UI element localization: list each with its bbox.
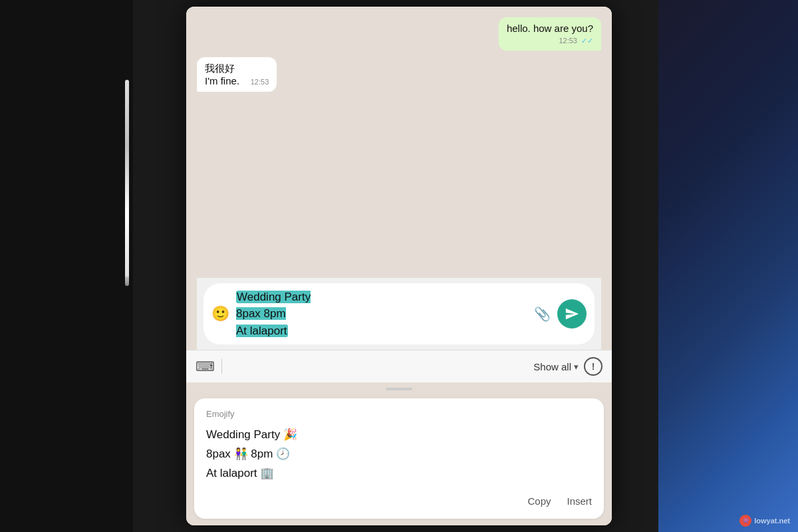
message-text-en: I'm fine. 12:53 xyxy=(205,75,269,86)
info-label: ! xyxy=(592,361,595,372)
emojify-line3: At lalaport 🏢 xyxy=(206,464,592,483)
emoji-button[interactable]: 🙂 xyxy=(211,305,229,323)
watermark-icon: 👾 xyxy=(739,515,751,527)
message-input[interactable]: Wedding Party8pax 8pmAt lalaport xyxy=(236,289,527,340)
emojify-actions: Copy Insert xyxy=(206,493,592,509)
emojify-line2: 8pax 👫 8pm 🕗 xyxy=(206,445,592,464)
watermark-text: lowyat.net xyxy=(754,517,790,525)
message-incoming: 我很好 I'm fine. 12:53 xyxy=(197,57,277,92)
emojify-line1: Wedding Party 🎉 xyxy=(206,426,592,445)
insert-button[interactable]: Insert xyxy=(567,493,592,509)
read-check-icon: ✓✓ xyxy=(581,37,593,45)
message-text-out: hello. how are you? xyxy=(507,23,593,34)
send-button[interactable] xyxy=(557,299,587,329)
suggestions-right: Show all ▾ ! xyxy=(533,357,602,376)
emojify-title: Emojify xyxy=(206,409,592,419)
keyboard-icon[interactable]: ⌨ xyxy=(196,358,215,374)
show-all-button[interactable]: Show all ▾ xyxy=(533,361,579,372)
highlighted-input-text: Wedding Party8pax 8pmAt lalaport xyxy=(236,291,311,337)
suggestions-bar: ⌨ Show all ▾ ! xyxy=(186,350,612,382)
input-bar: 🙂 Wedding Party8pax 8pmAt lalaport 📎 xyxy=(203,283,595,345)
chat-area: hello. how are you? 12:53 ✓✓ 我很好 I'm fin… xyxy=(186,7,612,525)
drag-handle[interactable] xyxy=(386,388,412,390)
messages-area: hello. how are you? 12:53 ✓✓ 我很好 I'm fin… xyxy=(186,7,612,350)
message-time-out: 12:53 ✓✓ xyxy=(507,37,593,45)
input-section: 🙂 Wedding Party8pax 8pmAt lalaport 📎 xyxy=(197,278,601,350)
show-all-label: Show all xyxy=(533,361,571,372)
emojify-content: Wedding Party 🎉 8pax 👫 8pm 🕗 At lalaport… xyxy=(206,426,592,483)
info-button[interactable]: ! xyxy=(584,357,602,376)
message-text-cn: 我很好 xyxy=(205,63,269,75)
message-outgoing: hello. how are you? 12:53 ✓✓ xyxy=(499,17,601,51)
attach-button[interactable]: 📎 xyxy=(534,306,551,322)
incoming-time: 12:53 xyxy=(251,78,269,86)
divider xyxy=(221,359,222,374)
chevron-down-icon: ▾ xyxy=(574,362,579,372)
copy-button[interactable]: Copy xyxy=(527,493,551,509)
watermark: 👾 lowyat.net xyxy=(739,515,790,527)
emojify-card: Emojify Wedding Party 🎉 8pax 👫 8pm 🕗 At … xyxy=(194,398,604,519)
phone-screen: hello. how are you? 12:53 ✓✓ 我很好 I'm fin… xyxy=(186,7,612,525)
